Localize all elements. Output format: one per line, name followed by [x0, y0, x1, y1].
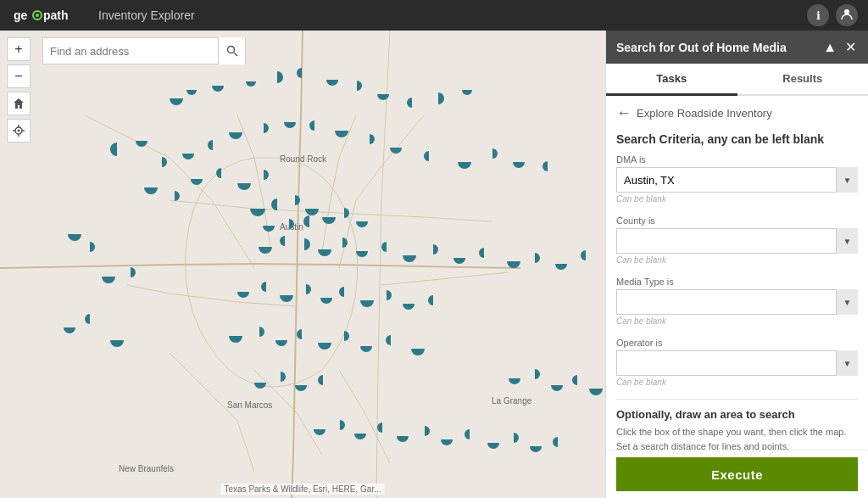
- back-arrow-icon: ←: [616, 104, 632, 122]
- dma-blank-hint: Can be blank: [616, 194, 858, 204]
- svg-text:San Marcos: San Marcos: [227, 400, 272, 410]
- optional-section-description: Click the box of the shape you want, the…: [616, 425, 858, 450]
- home-button[interactable]: [7, 92, 31, 115]
- operator-select[interactable]: [616, 350, 858, 376]
- user-icon: [841, 8, 853, 23]
- dma-select-wrap: Austin, TX ▼: [616, 167, 858, 193]
- logo-area: ge path: [10, 6, 86, 25]
- svg-point-3: [36, 14, 39, 17]
- svg-point-14: [18, 130, 20, 132]
- svg-text:Round Rock: Round Rock: [280, 154, 327, 164]
- execute-button-wrap: Execute: [606, 450, 868, 498]
- map-search-bar: [42, 37, 246, 64]
- svg-text:New Braunfels: New Braunfels: [119, 464, 174, 473]
- optional-section-title: Optionally, draw an area to search: [616, 408, 858, 421]
- svg-text:La Grange: La Grange: [492, 396, 532, 406]
- media-type-select-wrap: ▼: [616, 289, 858, 315]
- operator-label: Operator is: [616, 338, 858, 348]
- locate-button[interactable]: [7, 119, 31, 143]
- county-select-wrap: ▼: [616, 228, 858, 254]
- app-header: ge path Inventory Explorer ℹ: [0, 0, 868, 31]
- media-type-select[interactable]: [616, 289, 858, 315]
- address-search-button[interactable]: [218, 37, 245, 64]
- panel-close-button[interactable]: ✕: [843, 39, 858, 55]
- dma-field-group: DMA is Austin, TX ▼ Can be blank: [616, 154, 858, 204]
- svg-line-20: [234, 53, 237, 56]
- info-button[interactable]: ℹ: [807, 4, 829, 26]
- county-select[interactable]: [616, 228, 858, 254]
- tab-tasks[interactable]: Tasks: [606, 64, 737, 96]
- svg-point-19: [227, 47, 234, 53]
- dma-label: DMA is: [616, 154, 858, 165]
- panel-header: Search for Out of Home Media ▲ ✕: [606, 31, 868, 64]
- execute-button[interactable]: Execute: [616, 457, 858, 491]
- operator-blank-hint: Can be blank: [616, 378, 858, 387]
- panel-content[interactable]: ← Explore Roadside Inventory Search Crit…: [606, 96, 868, 450]
- side-panel: Search for Out of Home Media ▲ ✕ Tasks R…: [605, 31, 868, 498]
- panel-header-actions: ▲ ✕: [821, 39, 858, 55]
- media-type-field-group: Media Type is ▼ Can be blank: [616, 277, 858, 326]
- map-attribution: Texas Parks & Wildlife, Esri, HERE, Gar.…: [220, 484, 384, 495]
- map-controls: + −: [7, 37, 31, 143]
- svg-text:path: path: [43, 8, 69, 22]
- zoom-out-button[interactable]: −: [7, 64, 31, 88]
- back-label: Explore Roadside Inventory: [637, 107, 772, 120]
- media-type-label: Media Type is: [616, 277, 858, 287]
- header-icons: ℹ: [807, 4, 858, 26]
- tab-results[interactable]: Results: [737, 64, 869, 96]
- address-search-input[interactable]: [43, 38, 218, 64]
- operator-field-group: Operator is ▼ Can be blank: [616, 338, 858, 387]
- svg-text:ge: ge: [14, 8, 28, 22]
- media-type-blank-hint: Can be blank: [616, 316, 858, 326]
- county-field-group: County is ▼ Can be blank: [616, 215, 858, 265]
- info-icon: ℹ: [816, 9, 821, 22]
- back-navigation[interactable]: ← Explore Roadside Inventory: [616, 104, 858, 122]
- panel-minimize-button[interactable]: ▲: [821, 39, 838, 55]
- svg-point-5: [844, 9, 849, 14]
- county-blank-hint: Can be blank: [616, 255, 858, 265]
- map-background: Austin Round Rock San Marcos New Braunfe…: [0, 31, 605, 498]
- panel-title: Search for Out of Home Media: [616, 41, 821, 54]
- search-section-title: Search Criteria, any can be left blank: [616, 132, 858, 146]
- user-button[interactable]: [836, 4, 858, 26]
- operator-select-wrap: ▼: [616, 350, 858, 376]
- zoom-in-button[interactable]: +: [7, 37, 31, 61]
- county-label: County is: [616, 215, 858, 226]
- main-layout: Austin Round Rock San Marcos New Braunfe…: [0, 31, 868, 498]
- panel-tabs: Tasks Results: [606, 64, 868, 96]
- optional-draw-section: Optionally, draw an area to search Click…: [616, 399, 858, 450]
- map-area[interactable]: Austin Round Rock San Marcos New Braunfe…: [0, 31, 605, 498]
- logo-svg: ge path: [10, 6, 86, 25]
- app-title: Inventory Explorer: [98, 8, 195, 22]
- dma-select[interactable]: Austin, TX: [616, 167, 858, 193]
